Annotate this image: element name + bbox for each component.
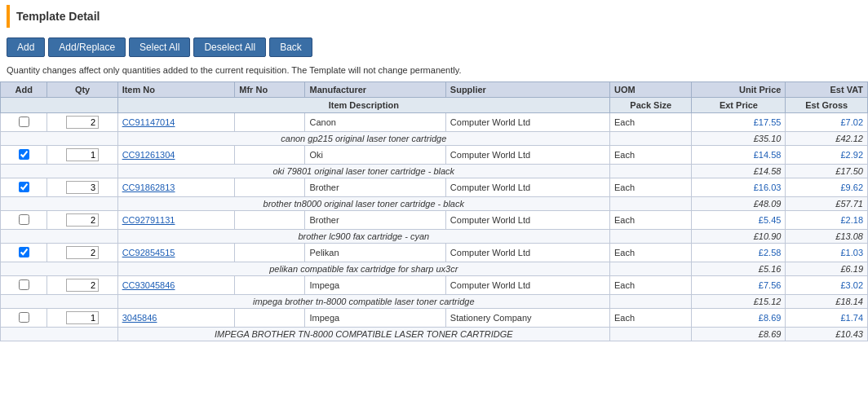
table-desc-row: canon gp215 original laser toner cartrid… [1, 132, 868, 146]
header-item-no: Item No [117, 82, 235, 98]
qty-input[interactable] [66, 213, 99, 227]
item-link[interactable]: CC91862813 [122, 183, 175, 192]
item-link[interactable]: CC92791131 [122, 215, 175, 225]
table-desc-row: impega brother tn-8000 compatible laser … [1, 295, 868, 309]
row-item-no: 3045846 [117, 309, 235, 328]
header-mfr-no: Mfr No [235, 82, 305, 98]
qty-input[interactable] [66, 279, 99, 292]
desc-blank [1, 262, 118, 276]
row-description: impega brother tn-8000 compatible laser … [117, 295, 609, 309]
qty-input[interactable] [66, 148, 99, 161]
desc-blank [1, 132, 118, 146]
row-mfr-no [235, 178, 305, 197]
row-supplier: Stationery Company [445, 309, 609, 328]
item-link[interactable]: 3045846 [122, 313, 157, 323]
row-item-no: CC91147014 [117, 113, 235, 132]
back-button[interactable]: Back [269, 37, 312, 57]
row-checkbox-cell [1, 113, 47, 132]
page-title: Template Detail [7, 5, 861, 28]
row-est-vat: £1.74 [786, 309, 868, 328]
sub-header-item-description: Item Description [117, 98, 609, 113]
qty-input[interactable] [66, 116, 99, 129]
row-item-no: CC92791131 [117, 211, 235, 230]
info-text: Quantity changes affect only quantities … [0, 62, 868, 81]
qty-input[interactable] [66, 311, 99, 324]
row-uom: Each [609, 178, 692, 197]
row-checkbox-cell [1, 211, 47, 230]
row-manufacturer: Pelikan [305, 244, 445, 262]
row-description: pelikan compatible fax cartridge for sha… [117, 262, 609, 276]
desc-pack-blank [609, 197, 692, 211]
row-item-no: CC91261304 [117, 146, 235, 165]
row-checkbox[interactable] [19, 149, 29, 160]
item-link[interactable]: CC93045846 [122, 280, 175, 290]
item-link[interactable]: CC91147014 [122, 117, 175, 127]
table-desc-row: IMPEGA BROTHER TN-8000 COMPATIBLE LASER … [1, 328, 868, 341]
row-manufacturer: Canon [305, 113, 445, 132]
row-mfr-no [235, 211, 305, 230]
row-checkbox[interactable] [19, 214, 29, 225]
table-row: CC91147014 Canon Computer World Ltd Each… [1, 113, 868, 132]
desc-pack-blank [609, 230, 692, 244]
row-checkbox-cell [1, 244, 47, 262]
desc-blank [1, 230, 118, 244]
deselect-all-button[interactable]: Deselect All [193, 37, 266, 57]
row-unit-price: £7.56 [692, 276, 786, 295]
row-uom: Each [609, 113, 692, 132]
select-all-button[interactable]: Select All [129, 37, 190, 57]
table-desc-row: brother lc900 fax cartridge - cyan £10.9… [1, 230, 868, 244]
row-description: brother lc900 fax cartridge - cyan [117, 230, 609, 244]
table-desc-row: oki 79801 original laser toner cartridge… [1, 165, 868, 178]
row-unit-price: £2.58 [692, 244, 786, 262]
desc-pack-blank [609, 295, 692, 309]
row-est-vat: £2.18 [786, 211, 868, 230]
row-est-vat: £7.02 [786, 113, 868, 132]
row-est-vat: £9.62 [786, 178, 868, 197]
row-checkbox[interactable] [19, 247, 29, 257]
toolbar: Add Add/Replace Select All Deselect All … [0, 33, 868, 62]
add-replace-button[interactable]: Add/Replace [48, 37, 126, 57]
table-desc-row: pelikan compatible fax cartridge for sha… [1, 262, 868, 276]
item-link[interactable]: CC92854515 [122, 248, 175, 257]
row-ext-price: £14.58 [692, 165, 786, 178]
row-supplier: Computer World Ltd [445, 211, 609, 230]
row-uom: Each [609, 146, 692, 165]
sub-header-blank [1, 98, 118, 113]
row-est-gross: £6.19 [786, 262, 868, 276]
row-qty-cell [47, 178, 117, 197]
row-checkbox[interactable] [19, 117, 29, 127]
row-checkbox[interactable] [19, 312, 29, 323]
desc-pack-blank [609, 165, 692, 178]
row-est-gross: £13.08 [786, 230, 868, 244]
header-manufacturer: Manufacturer [305, 82, 445, 98]
desc-blank [1, 165, 118, 178]
row-checkbox-cell [1, 309, 47, 328]
row-mfr-no [235, 276, 305, 295]
qty-input[interactable] [66, 246, 99, 259]
row-qty-cell [47, 309, 117, 328]
desc-pack-blank [609, 262, 692, 276]
row-checkbox[interactable] [19, 279, 29, 290]
row-unit-price: £17.55 [692, 113, 786, 132]
item-link[interactable]: CC91261304 [122, 150, 175, 160]
row-description: IMPEGA BROTHER TN-8000 COMPATIBLE LASER … [117, 328, 609, 341]
header-supplier: Supplier [445, 82, 609, 98]
row-qty-cell [47, 211, 117, 230]
row-ext-price: £48.09 [692, 197, 786, 211]
row-supplier: Computer World Ltd [445, 178, 609, 197]
row-uom: Each [609, 244, 692, 262]
row-est-vat: £3.02 [786, 276, 868, 295]
qty-input[interactable] [66, 181, 99, 194]
row-est-gross: £57.71 [786, 197, 868, 211]
row-ext-price: £5.16 [692, 262, 786, 276]
table-row: CC91261304 Oki Computer World Ltd Each £… [1, 146, 868, 165]
row-qty-cell [47, 276, 117, 295]
add-button[interactable]: Add [7, 37, 45, 57]
row-checkbox[interactable] [19, 182, 29, 192]
row-mfr-no [235, 113, 305, 132]
sub-header-est-gross: Est Gross [786, 98, 868, 113]
table-row: CC93045846 Impega Computer World Ltd Eac… [1, 276, 868, 295]
row-description: oki 79801 original laser toner cartridge… [117, 165, 609, 178]
row-item-no: CC93045846 [117, 276, 235, 295]
table-row: CC91862813 Brother Computer World Ltd Ea… [1, 178, 868, 197]
